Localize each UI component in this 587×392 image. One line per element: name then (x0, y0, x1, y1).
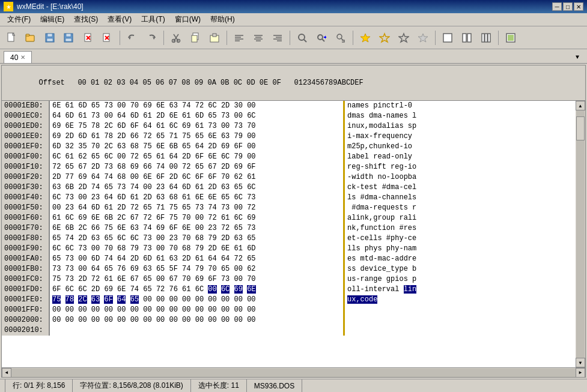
row-ascii[interactable]: es mtd-mac-addre (345, 254, 576, 264)
ascii-char[interactable]: n (377, 173, 382, 181)
hex-byte[interactable]: 6C (221, 285, 230, 294)
ascii-char[interactable]: o (386, 224, 391, 232)
new-button[interactable] (2, 29, 20, 47)
row-hex[interactable]: 00 00 00 00 00 00 00 00 00 00 00 00 00 0… (50, 315, 343, 325)
hex-byte[interactable]: 79 (208, 234, 216, 243)
ascii-char[interactable]: e (377, 152, 382, 161)
ascii-char[interactable]: c (404, 183, 408, 191)
hex-byte[interactable]: 2C (117, 214, 126, 222)
hex-byte[interactable]: 70 (130, 101, 139, 110)
ascii-char[interactable]: 5 (356, 142, 360, 151)
ascii-char[interactable]: a (365, 275, 369, 283)
hex-byte[interactable]: 00 (195, 316, 204, 324)
menu-tools[interactable]: 工具(T) (136, 13, 169, 26)
hex-byte[interactable]: 73 (65, 193, 74, 202)
ascii-char[interactable]: p (412, 122, 416, 130)
ascii-char[interactable]: o (365, 295, 369, 304)
ascii-char[interactable]: r (408, 255, 412, 263)
hex-byte[interactable]: 69 (182, 122, 190, 130)
minimize-button[interactable]: ─ (552, 2, 562, 11)
ascii-char[interactable]: _ (386, 265, 391, 273)
row-ascii[interactable]: m25p,chunked-io (345, 142, 576, 152)
ascii-char[interactable]: a (382, 255, 386, 263)
hex-byte[interactable]: 73 (208, 122, 216, 130)
row-ascii[interactable]: alink,group rali (345, 213, 576, 223)
hex-byte[interactable]: 70 (182, 234, 190, 243)
hex-byte[interactable]: 00 (117, 316, 126, 324)
row-ascii[interactable]: ux,code (345, 295, 576, 305)
hex-byte[interactable]: 72 (156, 285, 165, 294)
hex-byte[interactable]: 63 (52, 183, 61, 191)
ascii-char[interactable]: s (404, 275, 408, 283)
ascii-char[interactable]: s (412, 224, 416, 232)
ascii-char[interactable]: d (360, 265, 365, 273)
hex-byte[interactable]: 74 (65, 234, 74, 243)
find-button[interactable] (293, 29, 311, 47)
ascii-char[interactable]: l (399, 101, 403, 110)
hex-byte[interactable]: 6E (208, 193, 216, 202)
hex-byte[interactable]: 30 (234, 101, 243, 110)
hex-byte[interactable]: 6D (65, 112, 74, 120)
ascii-char[interactable]: i (365, 285, 369, 294)
hex-byte[interactable]: 00 (65, 306, 74, 314)
hex-byte[interactable]: 64 (78, 204, 87, 212)
hex-byte[interactable]: 66 (91, 224, 100, 232)
row-ascii[interactable]: et-cells #phy-ce (345, 234, 576, 244)
menu-window[interactable]: 窗口(W) (170, 13, 205, 26)
hex-byte[interactable]: 00 (143, 316, 151, 324)
hex-byte[interactable]: 00 (221, 122, 230, 130)
hex-byte[interactable]: 64 (208, 255, 216, 263)
hex-byte[interactable]: 00 (247, 152, 255, 161)
hex-byte[interactable]: 6E (117, 275, 126, 283)
hex-byte[interactable]: 2D (143, 193, 151, 202)
row-hex[interactable]: 6C 73 00 23 64 6D 61 2D 63 68 61 6E 6E 6… (50, 193, 343, 203)
row-hex[interactable]: 65 73 00 6D 74 64 2D 6D 61 63 2D 61 64 6… (50, 254, 343, 264)
ascii-char[interactable]: e (377, 275, 382, 283)
hex-byte[interactable]: 32 (65, 142, 74, 151)
ascii-char[interactable]: s (365, 101, 369, 110)
hex-byte[interactable]: 2C (104, 122, 112, 130)
ascii-char[interactable]: d (365, 193, 369, 202)
hex-byte[interactable]: 00 (208, 306, 216, 314)
scroll-down-button[interactable]: ▼ (576, 358, 585, 367)
hex-byte[interactable]: 61 (156, 152, 165, 161)
ascii-char[interactable] (382, 234, 386, 243)
ascii-char[interactable]: e (365, 183, 369, 191)
hex-byte[interactable]: 6C (65, 285, 74, 294)
hex-byte[interactable]: 6C (234, 214, 243, 222)
row-ascii[interactable] (345, 325, 576, 336)
hex-byte[interactable]: 74 (130, 285, 139, 294)
hex-byte[interactable]: 70 (182, 275, 190, 283)
ascii-char[interactable]: p (360, 142, 365, 151)
hex-byte[interactable]: 00 (208, 295, 216, 304)
ascii-char[interactable]: p (386, 244, 391, 253)
row-hex[interactable]: 65 74 2D 63 65 6C 6C 73 00 23 70 68 79 2… (50, 234, 343, 244)
hex-byte[interactable]: 00 (234, 295, 243, 304)
hex-byte[interactable]: 6D (247, 244, 255, 253)
ascii-char[interactable]: i (404, 142, 408, 151)
hex-byte[interactable]: 69 (156, 224, 165, 232)
row-hex[interactable] (50, 325, 343, 336)
ascii-char[interactable]: e (399, 112, 403, 120)
hex-byte[interactable]: 6F (156, 214, 165, 222)
hex-byte[interactable]: 61 (195, 122, 204, 130)
ascii-char[interactable]: c (404, 132, 408, 140)
ascii-char[interactable]: s (365, 163, 369, 171)
hex-byte[interactable]: 65 (221, 265, 230, 273)
ascii-char[interactable]: i (382, 224, 386, 232)
hex-byte[interactable]: 73 (65, 265, 74, 273)
hex-byte[interactable]: 2D (78, 234, 87, 243)
ascii-char[interactable]: e (408, 183, 412, 191)
hex-byte[interactable]: 2C (104, 142, 112, 151)
hex-byte[interactable]: 73 (117, 183, 126, 191)
scroll-up-button[interactable]: ▲ (576, 101, 585, 110)
hex-byte[interactable]: 73 (104, 163, 112, 171)
hex-byte[interactable]: 6D (52, 142, 61, 151)
hex-byte[interactable]: 00 (104, 306, 112, 314)
hex-byte[interactable]: 65 (182, 142, 190, 151)
hex-byte[interactable]: 64 (143, 122, 151, 130)
ascii-char[interactable]: - (360, 285, 365, 294)
hex-byte[interactable]: 63 (91, 234, 100, 243)
hex-byte[interactable]: 6C (247, 183, 255, 191)
hex-byte[interactable]: 00 (65, 316, 74, 324)
